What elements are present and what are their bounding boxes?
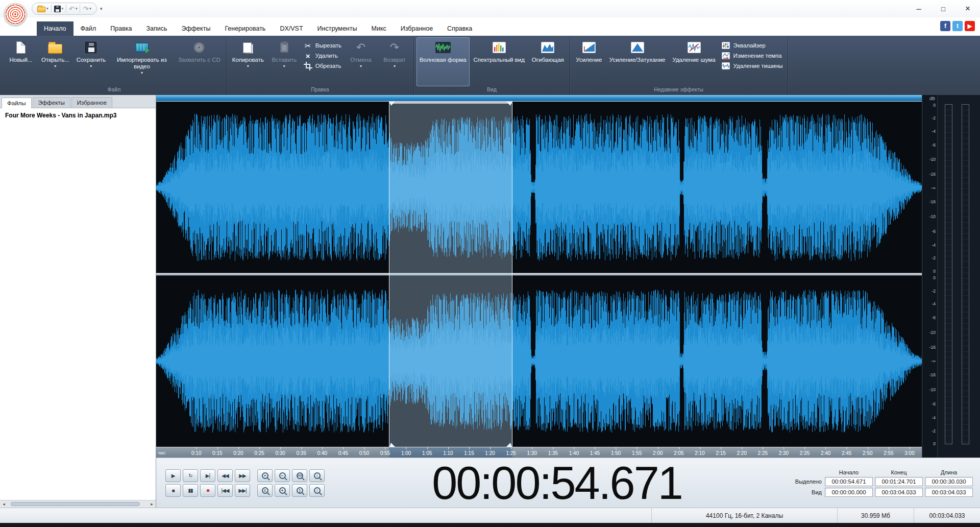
play-button[interactable]: ▶ (165, 469, 181, 482)
ribbon-group-Вид: Волновая формаСпектральный видОгибающаяВ… (414, 37, 570, 95)
ribbon-button-undo[interactable]: ↶Отмена▾ (345, 37, 377, 86)
zoom-vertical-in-button[interactable]: ↕ (309, 469, 325, 482)
facebook-icon[interactable]: f (940, 21, 950, 31)
selection-handle-top-left[interactable] (389, 102, 395, 107)
ribbon-button-label: Вырезать (315, 42, 341, 49)
ribbon-button-open[interactable]: Открыть...▾ (38, 37, 72, 86)
qat-customize-chevron-icon[interactable]: ▾ (100, 6, 103, 11)
qat-open-button[interactable]: ▾ (36, 6, 50, 12)
db-scale-label: -2 (932, 115, 936, 121)
ribbon-button-label: Сохранить (77, 57, 106, 63)
play-selection-button[interactable]: ▶| (200, 469, 215, 482)
scroll-left-arrow-icon[interactable]: ◂ (0, 501, 8, 507)
ribbon-button-redo[interactable]: ↷Возврат▾ (378, 37, 411, 86)
ribbon-button-save[interactable]: Сохранить▾ (74, 37, 109, 86)
go-to-start-button[interactable]: |◀◀ (217, 484, 233, 497)
qat-separator (80, 5, 80, 13)
zoom-out-button[interactable]: − (275, 469, 290, 482)
ribbon-button-spectral[interactable]: Спектральный вид (471, 37, 528, 86)
status-item-2: 00:03:04.033 (914, 508, 980, 523)
waveform-position-scrollbar[interactable] (156, 95, 922, 102)
file-item[interactable]: Four More Weeks - Vans in Japan.mp3 (5, 112, 151, 119)
selection-handle-top-right[interactable] (506, 102, 512, 107)
ribbon-button-noise[interactable]: Удаление шума (669, 37, 718, 86)
ribbon-button-video[interactable]: Импортировать из видео▾ (110, 37, 174, 86)
menu-tab-Запись[interactable]: Запись (139, 21, 175, 36)
menu-tab-Правка[interactable]: Правка (103, 21, 139, 36)
selection-handle-bottom-left[interactable] (389, 441, 395, 447)
bottom-strip (0, 523, 980, 527)
ribbon-button-delete[interactable]: ×Удалить (304, 52, 341, 60)
sidebar-tab-Эффекты[interactable]: Эффекты (33, 97, 70, 108)
ribbon-button-amplify[interactable]: Усиление (573, 37, 605, 86)
ribbon-button-new[interactable]: Новый... (5, 37, 37, 86)
qat-redo-button[interactable]: ↷ ▾ (82, 6, 92, 12)
zoom-in-button[interactable]: + (257, 469, 273, 482)
ribbon-button-equalizer[interactable]: Эквалайзер (722, 41, 783, 50)
ribbon-button-copy[interactable]: Копировать▾ (229, 37, 267, 86)
ribbon-button-paste[interactable]: Вставить▾ (268, 37, 301, 86)
menu-tab-Начало[interactable]: Начало (37, 21, 74, 36)
ribbon-button-label: Открыть... (41, 57, 69, 63)
ribbon-button-cd[interactable]: Захватить с CD (175, 37, 224, 86)
play-loop-button[interactable]: ↻ (183, 469, 198, 482)
menu-tab-Справка[interactable]: Справка (440, 21, 479, 36)
selection-region[interactable] (389, 102, 512, 447)
scrollbar-thumb[interactable] (11, 502, 140, 506)
record-button[interactable]: ● (200, 484, 215, 497)
ribbon-button-waveform[interactable]: Волновая форма (416, 37, 470, 86)
ribbon-button-tempo[interactable]: Изменение темпа (722, 52, 783, 60)
twitter-icon[interactable]: t (952, 21, 963, 31)
db-scale-label: -6 (932, 142, 936, 148)
menu-tab-Генерировать[interactable]: Генерировать (217, 21, 273, 36)
zoom-vertical-out-button[interactable]: ↕ (309, 484, 325, 497)
youtube-icon[interactable]: ▶ (965, 21, 975, 31)
menu-tab-DX/VST[interactable]: DX/VST (273, 21, 310, 36)
editor-column: чмс 0:100:150:200:250:300:350:400:450:50… (156, 95, 980, 508)
minimize-button[interactable]: ─ (906, 0, 931, 17)
zoom-out-alt-button[interactable]: ] (292, 484, 307, 497)
waveform-display[interactable] (156, 102, 922, 447)
timeline-label: 1:05 (422, 450, 432, 456)
sidebar-tab-Избранное[interactable]: Избранное (71, 97, 112, 108)
close-button[interactable]: × (955, 0, 980, 17)
stop-button[interactable]: ■ (165, 484, 181, 497)
qat-save-button[interactable]: ▾ (53, 6, 65, 12)
menu-tab-Избранное[interactable]: Избранное (394, 21, 440, 36)
qat-undo-button[interactable]: ↶ ▾ (68, 6, 78, 12)
menu-tab-Эффекты[interactable]: Эффекты (175, 21, 218, 36)
pause-button[interactable]: ▮▮ (183, 484, 198, 497)
ribbon-button-cut[interactable]: ✂Вырезать (304, 41, 341, 50)
magnifier-icon: ↕ (314, 472, 321, 479)
scrollbar-track[interactable] (8, 500, 148, 508)
sidebar-horizontal-scrollbar[interactable]: ◂ ▸ (0, 500, 156, 508)
ribbon-button-fade[interactable]: Усиление/Затухание (606, 37, 669, 86)
zoom-in-alt-button[interactable]: + (275, 484, 290, 497)
db-scale-label: -4 (932, 301, 936, 306)
go-to-end-button[interactable]: ▶▶| (235, 484, 250, 497)
maximize-button[interactable]: □ (931, 0, 955, 17)
ribbon-button-envelope[interactable]: Огибающая (529, 37, 567, 86)
sidebar-tabs: ФайлыЭффектыИзбранное (0, 95, 156, 108)
app-logo-icon[interactable] (4, 3, 27, 26)
sidebar-tab-Файлы[interactable]: Файлы (2, 98, 32, 108)
redo-icon: ↷ (83, 6, 88, 12)
timeline-ruler[interactable]: чмс 0:100:150:200:250:300:350:400:450:50… (156, 447, 922, 458)
ribbon-group-Файл: Новый...Открыть...▾Сохранить▾Импортирова… (2, 37, 227, 95)
ribbon-button-crop[interactable]: Обрезать (304, 62, 341, 70)
menu-tab-Микс[interactable]: Микс (364, 21, 393, 36)
zoom-100-button[interactable]: 100 (292, 469, 307, 482)
zoom-to-selection-button[interactable]: [] (257, 484, 273, 497)
db-scale-label: -2 (932, 255, 936, 260)
file-list: Four More Weeks - Vans in Japan.mp3 (0, 108, 156, 500)
db-scale-label: -16 (929, 372, 936, 377)
dropdown-arrow-icon: ▾ (283, 64, 285, 68)
menu-tab-Файл[interactable]: Файл (74, 21, 104, 36)
window-controls: ─ □ × (906, 0, 980, 17)
selection-handle-bottom-right[interactable] (506, 441, 512, 447)
ribbon-button-silence[interactable]: Удаление тишины (722, 62, 783, 70)
rewind-button[interactable]: ◀◀ (217, 469, 233, 482)
menu-tab-Инструменты[interactable]: Инструменты (310, 21, 364, 36)
fast-forward-button[interactable]: ▶▶ (235, 469, 250, 482)
scroll-right-arrow-icon[interactable]: ▸ (148, 501, 156, 507)
